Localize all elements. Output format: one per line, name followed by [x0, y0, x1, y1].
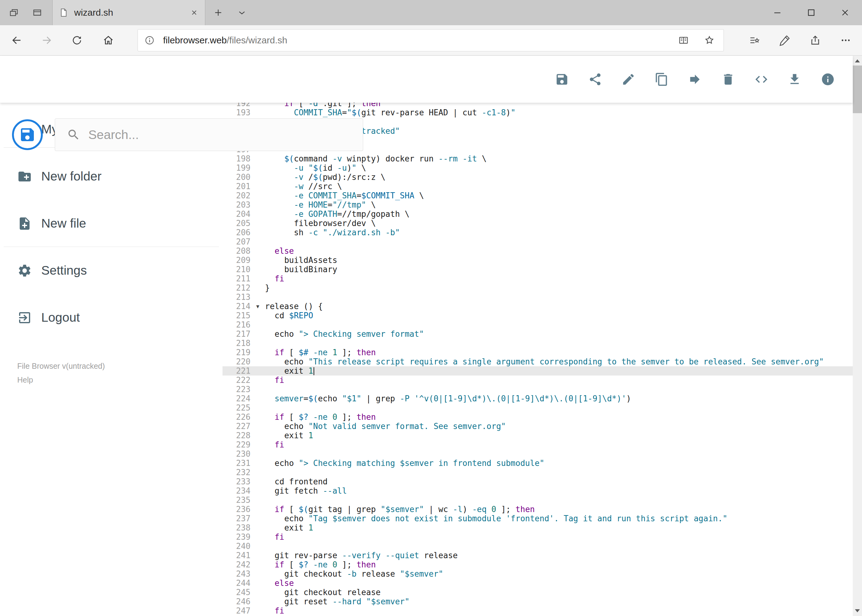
- code-line[interactable]: 225: [222, 403, 853, 412]
- share-button[interactable]: [800, 25, 830, 55]
- code-line[interactable]: 193 COMMIT_SHA="$(git rev-parse HEAD | c…: [222, 108, 853, 117]
- tabs-aside-button[interactable]: [2, 0, 25, 25]
- maximize-button[interactable]: [794, 0, 828, 25]
- code-line[interactable]: 212}: [222, 283, 853, 292]
- filebrowser-logo[interactable]: [12, 119, 43, 150]
- web-note-button[interactable]: [769, 25, 800, 55]
- page-scrollbar[interactable]: [853, 56, 862, 616]
- line-number: 192: [222, 103, 251, 108]
- sidebar-item-new-folder[interactable]: New folder: [0, 153, 222, 200]
- tab-list-dropdown-button[interactable]: [233, 0, 251, 25]
- info-icon[interactable]: [821, 72, 835, 86]
- save-icon[interactable]: [555, 72, 569, 86]
- code-line[interactable]: 216: [222, 320, 853, 329]
- code-line[interactable]: 238 exit 1: [222, 523, 853, 532]
- code-line[interactable]: 241 git rev-parse --verify --quiet relea…: [222, 551, 853, 560]
- code-line[interactable]: 192 if [ -d .git ]; then: [222, 103, 853, 108]
- code-line[interactable]: 199 -u "$(id -u)" \: [222, 163, 853, 173]
- code-line[interactable]: 231 echo "> Checking matching $semver in…: [222, 459, 853, 468]
- more-button[interactable]: [830, 25, 861, 55]
- code-line[interactable]: 209 buildAssets: [222, 256, 853, 265]
- copy-icon[interactable]: [655, 72, 669, 86]
- code-line[interactable]: 215 cd $REPO: [222, 311, 853, 320]
- reading-view-icon[interactable]: [678, 35, 689, 46]
- code-line[interactable]: 202 -e COMMIT_SHA=$COMMIT_SHA \: [222, 191, 853, 200]
- code-line[interactable]: 243 git checkout -b release "$semver": [222, 569, 853, 578]
- sidebar-item-settings[interactable]: Settings: [0, 247, 222, 294]
- site-info-icon[interactable]: [144, 35, 155, 46]
- code-line[interactable]: 210 buildBinary: [222, 265, 853, 274]
- code-line[interactable]: 213: [222, 292, 853, 302]
- code-editor[interactable]: 192 if [ -d .git ]; then193 COMMIT_SHA="…: [222, 103, 853, 616]
- code-line[interactable]: 221 exit 1: [222, 366, 853, 376]
- hub-button[interactable]: [739, 25, 769, 55]
- code-line[interactable]: 234 git fetch --all: [222, 486, 853, 495]
- code-line[interactable]: 214▾release () {: [222, 302, 853, 311]
- code-line[interactable]: 242 if [ $? -ne 0 ]; then: [222, 560, 853, 569]
- browser-tab[interactable]: wizard.sh: [52, 0, 205, 25]
- refresh-button[interactable]: [65, 25, 89, 55]
- code-line[interactable]: 198 $(command -v winpty) docker run --rm…: [222, 154, 853, 163]
- code-line[interactable]: 228 exit 1: [222, 431, 853, 440]
- fold-marker-icon[interactable]: ▾: [251, 302, 265, 311]
- search-input[interactable]: [88, 127, 354, 142]
- code-line[interactable]: 220 echo "This release script requires a…: [222, 357, 853, 366]
- code-line[interactable]: 207: [222, 237, 853, 246]
- scrollbar-thumb[interactable]: [853, 66, 862, 113]
- new-tab-button[interactable]: [209, 0, 227, 25]
- home-button[interactable]: [97, 25, 120, 55]
- close-button[interactable]: [828, 0, 862, 25]
- code-line[interactable]: 219 if [ $# -ne 1 ]; then: [222, 348, 853, 357]
- address-bar[interactable]: filebrowser.web/files/wizard.sh: [137, 29, 724, 51]
- back-button[interactable]: [5, 25, 28, 55]
- scroll-up-arrow[interactable]: [853, 56, 862, 66]
- code-line[interactable]: 236 if [ $(git tag | grep "$semver" | wc…: [222, 504, 853, 514]
- code-line[interactable]: 224 semver=$(echo "$1" | grep -P '^v(0|[…: [222, 394, 853, 403]
- share-icon[interactable]: [588, 72, 602, 86]
- code-line[interactable]: 200 -v /$(pwd):/src:z \: [222, 173, 853, 182]
- code-line[interactable]: 227 echo "Not valid semver format. See s…: [222, 422, 853, 431]
- code-line[interactable]: 233 cd frontend: [222, 477, 853, 486]
- help-link[interactable]: Help: [17, 374, 105, 385]
- code-line[interactable]: 218: [222, 339, 853, 348]
- code-line[interactable]: 206 sh -c "./wizard.sh -b": [222, 228, 853, 237]
- favorites-star-icon[interactable]: [704, 35, 715, 46]
- search-box[interactable]: [55, 118, 363, 151]
- line-number: 214: [222, 302, 251, 311]
- code-line[interactable]: 235: [222, 495, 853, 504]
- download-icon[interactable]: [788, 72, 802, 86]
- code-line[interactable]: 230: [222, 449, 853, 459]
- code-line[interactable]: 244 else: [222, 578, 853, 588]
- code-line[interactable]: 208 else: [222, 246, 853, 256]
- line-number: 206: [222, 228, 251, 237]
- code-line[interactable]: 247 fi: [222, 606, 853, 615]
- tab-previews-button[interactable]: [25, 0, 49, 25]
- minimize-button[interactable]: [760, 0, 794, 25]
- code-line[interactable]: 246 git reset --hard "$semver": [222, 597, 853, 606]
- code-line[interactable]: 204 -e GOPATH=//tmp/gopath \: [222, 209, 853, 218]
- code-line[interactable]: 223: [222, 385, 853, 394]
- code-line[interactable]: 222 fi: [222, 376, 853, 385]
- sidebar-item-logout[interactable]: Logout: [0, 294, 222, 341]
- code-line[interactable]: 240: [222, 542, 853, 551]
- code-line[interactable]: 211 fi: [222, 274, 853, 283]
- tab-close-icon[interactable]: [189, 8, 199, 17]
- code-line[interactable]: 232: [222, 468, 853, 477]
- delete-icon[interactable]: [721, 72, 735, 86]
- code-line[interactable]: 239 fi: [222, 532, 853, 542]
- code-line[interactable]: 217 echo "> Checking semver format": [222, 329, 853, 339]
- forward-button[interactable]: [35, 25, 58, 55]
- code-line[interactable]: 226 if [ $? -ne 0 ]; then: [222, 412, 853, 422]
- move-icon[interactable]: [688, 72, 702, 86]
- sidebar-item-new-file[interactable]: New file: [0, 200, 222, 247]
- code-line[interactable]: 203 -e HOME="//tmp" \: [222, 200, 853, 209]
- code-line[interactable]: 245 git checkout release: [222, 588, 853, 597]
- code-line[interactable]: 237 echo "Tag $semver does not exist in …: [222, 514, 853, 523]
- code-line[interactable]: 229 fi: [222, 440, 853, 449]
- code-line[interactable]: 205 filebrowser/dev \: [222, 218, 853, 228]
- raw-code-icon[interactable]: [754, 72, 769, 86]
- edit-icon[interactable]: [621, 72, 635, 86]
- code-line[interactable]: 201 -w //src \: [222, 182, 853, 191]
- url-text[interactable]: filebrowser.web/files/wizard.sh: [163, 35, 678, 46]
- scroll-down-arrow[interactable]: [853, 605, 862, 616]
